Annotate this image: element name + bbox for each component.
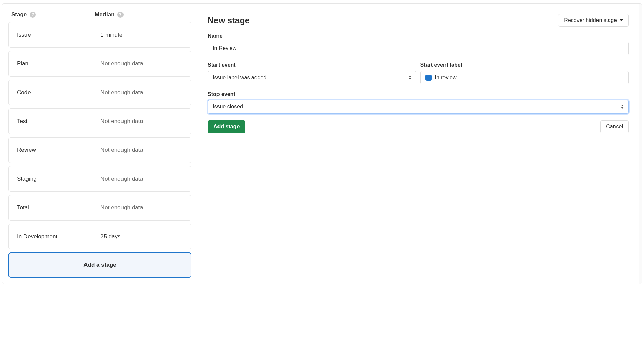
column-header-median: Median ? [95, 11, 189, 18]
start-event-label-picker[interactable]: In review [420, 71, 629, 84]
stage-median: 25 days [100, 233, 183, 240]
cancel-button-label: Cancel [606, 124, 623, 130]
recover-hidden-stage-button[interactable]: Recover hidden stage [558, 14, 629, 27]
column-header-median-text: Median [95, 11, 115, 18]
cancel-button[interactable]: Cancel [600, 120, 629, 133]
stage-analytics-card: Stage ? Median ? Issue1 minutePlanNot en… [2, 3, 642, 284]
stage-name: In Development [17, 233, 100, 240]
stage-median: Not enough data [100, 204, 183, 211]
stage-median: 1 minute [100, 32, 183, 38]
stage-row[interactable]: CodeNot enough data [8, 80, 191, 105]
stop-event-value: Issue closed [213, 104, 243, 109]
stage-row[interactable]: ReviewNot enough data [8, 137, 191, 163]
form-group-start-event-label: Start event label In review [420, 62, 629, 84]
stage-median: Not enough data [100, 118, 183, 125]
name-input[interactable] [208, 42, 629, 55]
help-icon[interactable]: ? [117, 12, 124, 18]
column-header-stage-text: Stage [11, 11, 27, 18]
stage-median: Not enough data [100, 147, 183, 154]
start-event-label-label: Start event label [420, 62, 629, 68]
stage-rows: Issue1 minutePlanNot enough dataCodeNot … [8, 22, 191, 249]
name-label: Name [208, 33, 629, 39]
start-event-value: Issue label was added [213, 75, 266, 80]
select-caret-icon [621, 105, 624, 109]
start-event-label-value: In review [435, 75, 457, 81]
form-row-start-event: Start event Issue label was added Start … [208, 62, 629, 84]
recover-hidden-stage-label: Recover hidden stage [564, 17, 617, 23]
stage-row[interactable]: StagingNot enough data [8, 166, 191, 192]
form-group-start-event: Start event Issue label was added [208, 62, 416, 84]
add-stage-button-label: Add a stage [83, 262, 116, 268]
stage-row[interactable]: TestNot enough data [8, 108, 191, 134]
stage-name: Test [17, 118, 100, 125]
stage-median: Not enough data [100, 60, 183, 67]
stop-event-label: Stop event [208, 91, 629, 97]
new-stage-form: New stage Recover hidden stage Name Star… [197, 4, 642, 284]
form-header: New stage Recover hidden stage [208, 14, 629, 27]
stage-name: Code [17, 89, 100, 96]
stop-event-select[interactable]: Issue closed [208, 100, 629, 114]
stage-name: Review [17, 147, 100, 154]
stage-row[interactable]: Issue1 minute [8, 22, 191, 48]
chevron-down-icon [620, 19, 623, 21]
stage-list-headers: Stage ? Median ? [8, 11, 191, 22]
stage-name: Issue [17, 32, 100, 38]
add-stage-submit-label: Add stage [213, 124, 240, 130]
form-group-stop-event: Stop event Issue closed [208, 91, 629, 114]
stage-row[interactable]: TotalNot enough data [8, 195, 191, 221]
stage-median: Not enough data [100, 89, 183, 96]
stage-row[interactable]: In Development25 days [8, 224, 191, 249]
form-title: New stage [208, 16, 250, 25]
stage-name: Plan [17, 60, 100, 67]
select-caret-icon [409, 76, 411, 80]
add-stage-button[interactable]: Add a stage [8, 252, 191, 278]
stage-median: Not enough data [100, 176, 183, 182]
column-header-stage: Stage ? [11, 11, 95, 18]
stage-name: Staging [17, 176, 100, 182]
stage-list-pane: Stage ? Median ? Issue1 minutePlanNot en… [2, 4, 197, 284]
stage-name: Total [17, 204, 100, 211]
start-event-label: Start event [208, 62, 416, 68]
add-stage-submit-button[interactable]: Add stage [208, 120, 245, 133]
stage-row[interactable]: PlanNot enough data [8, 51, 191, 77]
form-actions: Add stage Cancel [208, 120, 629, 133]
start-event-select[interactable]: Issue label was added [208, 71, 416, 84]
form-group-name: Name [208, 33, 629, 55]
label-color-swatch [425, 75, 432, 81]
help-icon[interactable]: ? [30, 12, 36, 18]
